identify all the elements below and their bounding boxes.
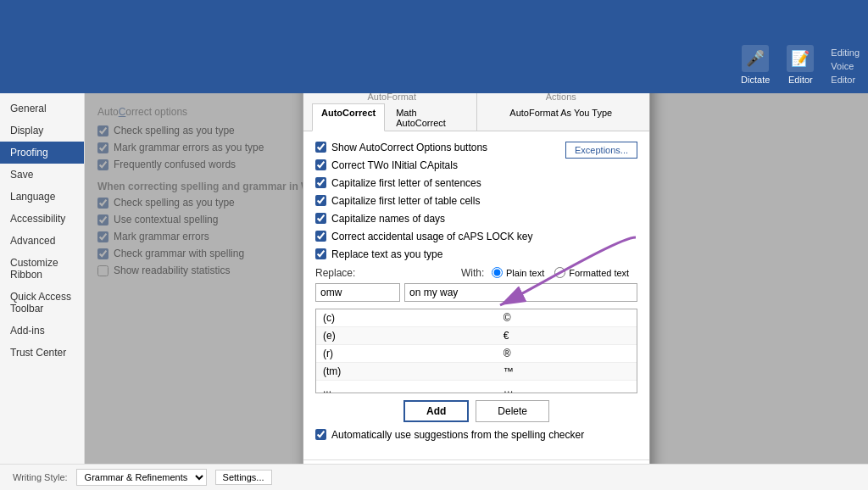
auto-suggest-label: Automatically use suggestions from the s… xyxy=(331,429,584,441)
actions-group-label: Actions xyxy=(546,93,576,103)
bottom-bar: Writing Style: Grammar & Refinements Set… xyxy=(0,464,868,490)
autocorrect-dialog: AutoCorrect: English (United Kingdom) ? … xyxy=(303,93,650,464)
writing-style-select[interactable]: Grammar & Refinements xyxy=(76,469,207,486)
replace-input[interactable] xyxy=(315,283,400,302)
sidebar-item-customize-ribbon[interactable]: Customize Ribbon xyxy=(0,252,84,286)
show-options-label: Show AutoCorrect Options buttons xyxy=(331,142,487,153)
with-header-label: With: xyxy=(461,267,487,279)
dictate-icon: 🎤 xyxy=(742,45,769,72)
tab-autoformat-as-you-type[interactable]: AutoFormat As You Type xyxy=(500,103,621,121)
capitalize-days-label: Capitalize names of days xyxy=(331,213,445,225)
dialog-footer: OK Cancel xyxy=(303,459,649,465)
sidebar-item-general[interactable]: General xyxy=(0,97,84,120)
formatted-text-option[interactable]: Formatted text xyxy=(554,267,629,278)
settings-button[interactable]: Settings... xyxy=(215,470,272,485)
dialog-body: Exceptions... Show AutoCorrect Options b… xyxy=(303,131,649,459)
plain-text-option[interactable]: Plain text xyxy=(492,267,544,278)
table-row[interactable]: ...… xyxy=(316,380,637,393)
actions-tab-group: Actions AutoFormat As You Type xyxy=(481,93,642,131)
auto-suggest-checkbox[interactable] xyxy=(315,429,326,440)
capitalize-first-sentence-label: Capitalize first letter of sentences xyxy=(331,177,481,189)
show-options-row: Show AutoCorrect Options buttons xyxy=(315,142,565,153)
writing-style-label: Writing Style: xyxy=(13,472,68,482)
actions-tabs: AutoFormat As You Type xyxy=(500,103,621,120)
sidebar-item-quick-access[interactable]: Quick Access Toolbar xyxy=(0,286,84,320)
editor-icon: 📝 xyxy=(787,45,814,72)
autoformat-tabs: AutoCorrect Math AutoCorrect xyxy=(312,103,472,131)
capitalize-table-cells-checkbox[interactable] xyxy=(315,195,326,206)
capitalize-first-sentence-checkbox[interactable] xyxy=(315,177,326,188)
tab-math-autocorrect[interactable]: Math AutoCorrect xyxy=(387,103,471,131)
replace-text-label: Replace text as you type xyxy=(331,248,442,260)
replace-text-checkbox[interactable] xyxy=(315,248,326,259)
replace-table-container[interactable]: (c)©(e)€(r)®(tm)™...…:(☹:-( ☹ xyxy=(315,309,637,393)
correct-two-initial-row: Correct TWo INitial CApitals xyxy=(315,159,565,171)
table-row[interactable]: (c)© xyxy=(316,309,637,327)
sidebar-item-display[interactable]: Display xyxy=(0,120,84,142)
main-area: General Display Proofing Save Language A… xyxy=(0,93,868,464)
content-area: AutoCorrect options Check spelling as yo… xyxy=(85,93,868,464)
editing-label: Editing xyxy=(831,47,860,58)
correct-two-initial-label: Correct TWo INitial CApitals xyxy=(331,159,458,171)
sidebar-item-trust-center[interactable]: Trust Center xyxy=(0,342,84,364)
table-row[interactable]: (r)® xyxy=(316,344,637,362)
tab-autocorrect[interactable]: AutoCorrect xyxy=(312,103,385,131)
table-row[interactable]: (tm)™ xyxy=(316,362,637,380)
capitalize-table-cells-label: Capitalize first letter of table cells xyxy=(331,195,480,207)
replace-header-row: Replace: With: Plain text Formatted text xyxy=(315,267,637,279)
sidebar-item-language[interactable]: Language xyxy=(0,186,84,208)
exceptions-button[interactable]: Exceptions... xyxy=(565,142,637,159)
capitalize-first-sentence-row: Capitalize first letter of sentences xyxy=(315,177,637,189)
replace-inputs-row xyxy=(315,283,637,302)
show-options-checkbox[interactable] xyxy=(315,142,326,153)
modal-overlay: AutoCorrect: English (United Kingdom) ? … xyxy=(85,93,868,464)
capitalize-days-row: Capitalize names of days xyxy=(315,213,637,225)
voice-label: Voice xyxy=(831,61,854,71)
auto-suggest-row: Automatically use suggestions from the s… xyxy=(315,429,637,441)
capitalize-table-cells-row: Capitalize first letter of table cells xyxy=(315,195,637,207)
correct-caps-lock-checkbox[interactable] xyxy=(315,231,326,242)
tab-separator xyxy=(476,93,477,131)
ribbon: 🎤 Dictate 📝 Editor Editing Voice Editor xyxy=(0,0,868,93)
add-button[interactable]: Add xyxy=(403,400,469,422)
dictate-button[interactable]: 🎤 Dictate xyxy=(741,45,770,85)
replace-header-label: Replace: xyxy=(315,267,362,279)
sidebar-item-proofing[interactable]: Proofing xyxy=(0,142,84,164)
editor-button[interactable]: 📝 Editor xyxy=(787,45,814,85)
sidebar: General Display Proofing Save Language A… xyxy=(0,93,85,464)
text-type-radio-group: Plain text Formatted text xyxy=(492,267,629,278)
ribbon-right: 🎤 Dictate 📝 Editor Editing Voice Editor xyxy=(741,45,860,89)
correct-caps-lock-label: Correct accidental usage of cAPS LOCK ke… xyxy=(331,231,532,242)
dialog-action-row: Add Delete xyxy=(315,400,637,422)
sidebar-item-advanced[interactable]: Advanced xyxy=(0,230,84,252)
correct-caps-lock-row: Correct accidental usage of cAPS LOCK ke… xyxy=(315,231,637,242)
sidebar-item-accessibility[interactable]: Accessibility xyxy=(0,208,84,230)
sidebar-item-addins[interactable]: Add-ins xyxy=(0,320,84,342)
replace-text-row: Replace text as you type xyxy=(315,248,637,260)
capitalize-days-checkbox[interactable] xyxy=(315,213,326,224)
table-row[interactable]: (e)€ xyxy=(316,326,637,344)
replace-table: (c)©(e)€(r)®(tm)™...…:(☹:-( ☹ xyxy=(316,309,637,393)
correct-two-initial-checkbox[interactable] xyxy=(315,159,326,170)
with-input[interactable] xyxy=(404,283,637,302)
sidebar-item-save[interactable]: Save xyxy=(0,164,84,186)
editor-section-label: Editor xyxy=(831,75,855,85)
autoformat-group-label: AutoFormat xyxy=(368,93,416,103)
delete-button[interactable]: Delete xyxy=(476,400,549,422)
autoformat-tab-group: AutoFormat AutoCorrect Math AutoCorrect xyxy=(312,93,472,131)
dialog-tabs-row: AutoFormat AutoCorrect Math AutoCorrect … xyxy=(303,93,649,131)
